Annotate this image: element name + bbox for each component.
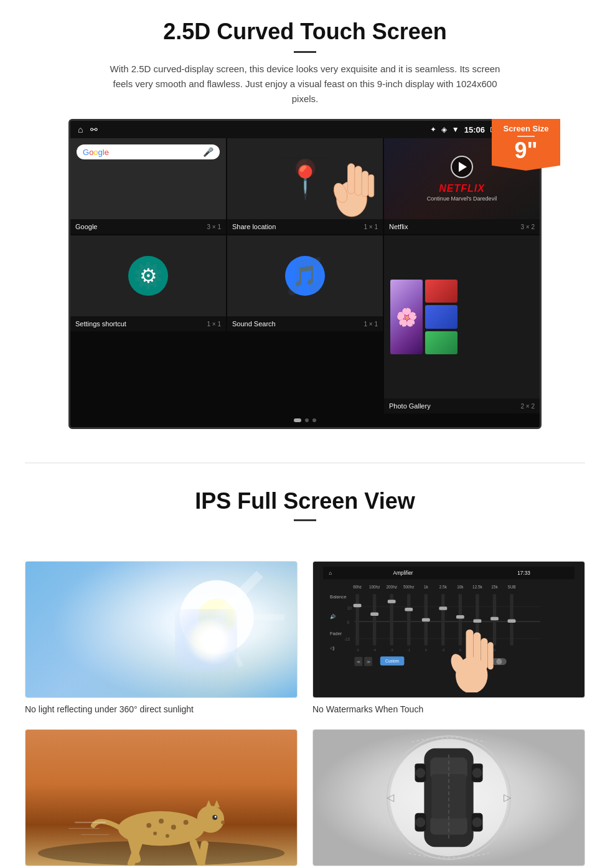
settings-ghost: ⚙ xyxy=(70,235,226,316)
app-tile-gallery[interactable]: 🌸 Photo Gallery 2 × 2 xyxy=(384,235,540,413)
section-divider-line xyxy=(25,463,585,463)
settings-tile-content: ⚙ ⚙ xyxy=(70,235,226,316)
svg-rect-54 xyxy=(473,619,481,623)
section1-description: With 2.5D curved-display screen, this de… xyxy=(106,62,504,106)
cheetah-image xyxy=(25,729,298,866)
sunlight-image xyxy=(25,561,298,698)
feature-amplifier: ⌂ Amplifier 17:33 Balance 🔊 Fader ◁) 60h… xyxy=(312,561,585,714)
pagination xyxy=(70,413,540,427)
feature-sunlight: No light reflecting under 360° direct su… xyxy=(25,561,298,714)
svg-rect-49 xyxy=(388,600,396,603)
car-image: ◁ ▷ xyxy=(312,729,585,866)
svg-point-118 xyxy=(415,818,425,828)
badge-divider xyxy=(517,136,535,137)
svg-text:-4: -4 xyxy=(373,648,376,652)
svg-text:Custom: Custom xyxy=(385,659,399,663)
svg-rect-53 xyxy=(456,615,464,619)
svg-point-84 xyxy=(197,806,224,833)
amplifier-svg: ⌂ Amplifier 17:33 Balance 🔊 Fader ◁) 60h… xyxy=(318,567,580,692)
app-grid: Google 🎤 Google 3 × 1 xyxy=(70,138,540,413)
svg-rect-56 xyxy=(508,619,516,623)
netflix-label-size: 3 × 2 xyxy=(520,224,535,230)
svg-rect-55 xyxy=(490,617,499,621)
badge-size-text: 9" xyxy=(514,138,537,163)
svg-text:-1: -1 xyxy=(407,648,410,652)
car-svg: ◁ ▷ xyxy=(313,730,584,866)
feature-grid: No light reflecting under 360° direct su… xyxy=(0,549,610,868)
sound-label-name: Sound Search xyxy=(232,320,276,328)
cheetah-svg xyxy=(26,730,297,866)
bluetooth-icon: ✦ xyxy=(430,125,436,134)
svg-rect-37 xyxy=(355,594,359,646)
svg-point-74 xyxy=(496,659,502,664)
netflix-tile-label: Netflix 3 × 2 xyxy=(384,219,540,234)
app-tile-settings[interactable]: ⚙ ⚙ Settings shortcut 1 × 1 xyxy=(70,235,226,331)
sunlight-caption: No light reflecting under 360° direct su… xyxy=(25,704,298,714)
amplifier-caption: No Watermarks When Touch xyxy=(312,704,585,714)
svg-rect-42 xyxy=(441,594,445,646)
svg-rect-76 xyxy=(466,630,474,669)
svg-rect-79 xyxy=(487,642,493,669)
netflix-label-name: Netflix xyxy=(389,223,408,230)
svg-rect-3 xyxy=(362,171,368,197)
svg-rect-4 xyxy=(368,175,374,197)
svg-rect-1 xyxy=(348,164,355,194)
home-icon[interactable]: ⌂ xyxy=(78,125,83,134)
section-curved-screen: 2.5D Curved Touch Screen With 2.5D curve… xyxy=(0,0,610,444)
google-tile-label: Google 3 × 1 xyxy=(70,219,226,234)
settings-tile-label: Settings shortcut 1 × 1 xyxy=(70,316,226,331)
svg-point-99 xyxy=(221,821,225,824)
svg-rect-78 xyxy=(481,638,487,670)
share-label-size: 1 × 1 xyxy=(364,224,378,230)
svg-text:◁: ◁ xyxy=(387,792,395,803)
app-tile-share[interactable]: 📍 📍 xyxy=(227,138,383,234)
svg-point-116 xyxy=(415,768,425,778)
svg-text:500hz: 500hz xyxy=(403,585,414,589)
svg-rect-77 xyxy=(473,633,481,670)
svg-text:≫: ≫ xyxy=(367,659,370,664)
gallery-photo-stack xyxy=(425,280,458,354)
svg-text:0: 0 xyxy=(459,648,461,652)
svg-text:12.5k: 12.5k xyxy=(472,585,482,589)
svg-text:🔊: 🔊 xyxy=(330,614,336,620)
status-bar-left: ⌂ ⚯ xyxy=(78,125,98,134)
gallery-tile-label: Photo Gallery 2 × 2 xyxy=(384,399,540,413)
section-ips: IPS Full Screen View xyxy=(0,482,610,549)
svg-text:▷: ▷ xyxy=(504,792,512,803)
google-tile-content: Google 🎤 xyxy=(70,138,226,219)
section1-title: 2.5D Curved Touch Screen xyxy=(37,19,573,45)
svg-text:-3: -3 xyxy=(441,648,444,652)
gallery-stack-red xyxy=(425,280,458,303)
svg-text:17:33: 17:33 xyxy=(517,570,530,576)
netflix-content: NETFLIX Continue Marvel's Daredevil xyxy=(427,156,497,202)
sunlight-glow xyxy=(175,609,237,671)
gallery-stack-blue xyxy=(425,305,458,328)
section2-title: IPS Full Screen View xyxy=(37,488,573,514)
hand-svg xyxy=(321,138,383,219)
svg-rect-43 xyxy=(459,594,462,646)
section2-title-divider xyxy=(294,519,316,521)
netflix-subtitle: Continue Marvel's Daredevil xyxy=(427,196,497,202)
svg-rect-38 xyxy=(373,594,377,646)
svg-text:Fader: Fader xyxy=(330,631,342,636)
gallery-label-name: Photo Gallery xyxy=(389,402,431,410)
svg-text:⌂: ⌂ xyxy=(329,570,332,576)
screen-size-badge: Screen Size 9" xyxy=(492,119,560,171)
share-tile-label: Share location 1 × 1 xyxy=(227,219,383,234)
sound-tile-label: Sound Search 1 × 1 xyxy=(227,316,383,331)
google-logo: Google xyxy=(83,148,109,157)
status-bar: ⌂ ⚯ ✦ ◈ ▼ 15:06 ⊡ ◁) ⊠ ▭ xyxy=(70,121,540,138)
svg-text:Balance: Balance xyxy=(330,594,346,600)
device-mockup: Screen Size 9" ⌂ ⚯ ✦ ◈ ▼ 15:06 ⊡ ◁) ⊠ xyxy=(68,119,542,429)
title-divider xyxy=(294,51,316,53)
app-tile-google[interactable]: Google 🎤 Google 3 × 1 xyxy=(70,138,226,234)
netflix-play-button[interactable] xyxy=(451,156,473,178)
svg-text:15k: 15k xyxy=(491,585,498,589)
svg-point-92 xyxy=(166,834,169,837)
app-tile-sound[interactable]: 🎵 🎵 Sound Search 1 × 1 xyxy=(227,235,383,331)
usb-icon: ⚯ xyxy=(90,125,98,134)
amplifier-screen: ⌂ Amplifier 17:33 Balance 🔊 Fader ◁) 60h… xyxy=(313,562,584,697)
google-search-bar[interactable]: Google 🎤 xyxy=(77,144,220,159)
wifi-icon: ▼ xyxy=(452,125,459,134)
svg-point-90 xyxy=(184,820,189,825)
